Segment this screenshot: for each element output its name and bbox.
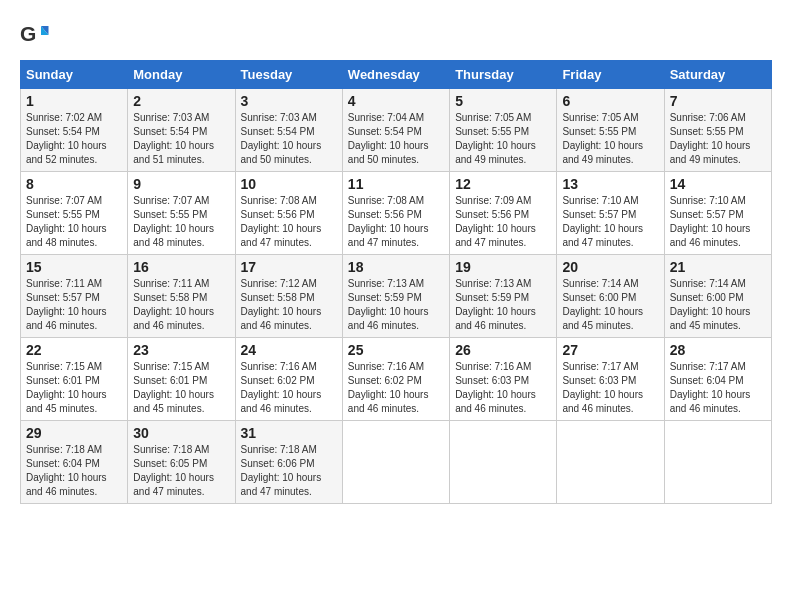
calendar-cell: [557, 421, 664, 504]
day-number: 30: [133, 425, 229, 441]
day-info: Sunrise: 7:13 AM Sunset: 5:59 PM Dayligh…: [348, 277, 444, 333]
day-number: 23: [133, 342, 229, 358]
day-number: 20: [562, 259, 658, 275]
day-info: Sunrise: 7:08 AM Sunset: 5:56 PM Dayligh…: [348, 194, 444, 250]
calendar-cell: 13 Sunrise: 7:10 AM Sunset: 5:57 PM Dayl…: [557, 172, 664, 255]
day-info: Sunrise: 7:03 AM Sunset: 5:54 PM Dayligh…: [133, 111, 229, 167]
day-number: 2: [133, 93, 229, 109]
day-info: Sunrise: 7:16 AM Sunset: 6:02 PM Dayligh…: [348, 360, 444, 416]
day-info: Sunrise: 7:15 AM Sunset: 6:01 PM Dayligh…: [26, 360, 122, 416]
calendar-cell: 29 Sunrise: 7:18 AM Sunset: 6:04 PM Dayl…: [21, 421, 128, 504]
day-info: Sunrise: 7:10 AM Sunset: 5:57 PM Dayligh…: [562, 194, 658, 250]
day-number: 11: [348, 176, 444, 192]
logo: G: [20, 20, 54, 50]
day-info: Sunrise: 7:05 AM Sunset: 5:55 PM Dayligh…: [562, 111, 658, 167]
day-info: Sunrise: 7:04 AM Sunset: 5:54 PM Dayligh…: [348, 111, 444, 167]
calendar-cell: 6 Sunrise: 7:05 AM Sunset: 5:55 PM Dayli…: [557, 89, 664, 172]
calendar-body: 1 Sunrise: 7:02 AM Sunset: 5:54 PM Dayli…: [21, 89, 772, 504]
calendar-cell: 26 Sunrise: 7:16 AM Sunset: 6:03 PM Dayl…: [450, 338, 557, 421]
day-info: Sunrise: 7:17 AM Sunset: 6:03 PM Dayligh…: [562, 360, 658, 416]
day-number: 26: [455, 342, 551, 358]
calendar-cell: 1 Sunrise: 7:02 AM Sunset: 5:54 PM Dayli…: [21, 89, 128, 172]
day-info: Sunrise: 7:03 AM Sunset: 5:54 PM Dayligh…: [241, 111, 337, 167]
weekday-header-monday: Monday: [128, 61, 235, 89]
day-info: Sunrise: 7:11 AM Sunset: 5:57 PM Dayligh…: [26, 277, 122, 333]
day-info: Sunrise: 7:05 AM Sunset: 5:55 PM Dayligh…: [455, 111, 551, 167]
weekday-header-wednesday: Wednesday: [342, 61, 449, 89]
calendar-cell: 17 Sunrise: 7:12 AM Sunset: 5:58 PM Dayl…: [235, 255, 342, 338]
day-number: 12: [455, 176, 551, 192]
calendar-cell: 3 Sunrise: 7:03 AM Sunset: 5:54 PM Dayli…: [235, 89, 342, 172]
calendar-cell: 4 Sunrise: 7:04 AM Sunset: 5:54 PM Dayli…: [342, 89, 449, 172]
weekday-header-saturday: Saturday: [664, 61, 771, 89]
weekday-header-row: SundayMondayTuesdayWednesdayThursdayFrid…: [21, 61, 772, 89]
calendar-cell: 12 Sunrise: 7:09 AM Sunset: 5:56 PM Dayl…: [450, 172, 557, 255]
calendar-week-5: 29 Sunrise: 7:18 AM Sunset: 6:04 PM Dayl…: [21, 421, 772, 504]
calendar-cell: 2 Sunrise: 7:03 AM Sunset: 5:54 PM Dayli…: [128, 89, 235, 172]
day-info: Sunrise: 7:02 AM Sunset: 5:54 PM Dayligh…: [26, 111, 122, 167]
calendar-cell: 22 Sunrise: 7:15 AM Sunset: 6:01 PM Dayl…: [21, 338, 128, 421]
calendar-cell: 25 Sunrise: 7:16 AM Sunset: 6:02 PM Dayl…: [342, 338, 449, 421]
calendar-table: SundayMondayTuesdayWednesdayThursdayFrid…: [20, 60, 772, 504]
day-number: 15: [26, 259, 122, 275]
day-info: Sunrise: 7:06 AM Sunset: 5:55 PM Dayligh…: [670, 111, 766, 167]
calendar-cell: 14 Sunrise: 7:10 AM Sunset: 5:57 PM Dayl…: [664, 172, 771, 255]
day-number: 18: [348, 259, 444, 275]
day-number: 29: [26, 425, 122, 441]
day-number: 22: [26, 342, 122, 358]
calendar-cell: 5 Sunrise: 7:05 AM Sunset: 5:55 PM Dayli…: [450, 89, 557, 172]
day-info: Sunrise: 7:18 AM Sunset: 6:05 PM Dayligh…: [133, 443, 229, 499]
day-info: Sunrise: 7:18 AM Sunset: 6:06 PM Dayligh…: [241, 443, 337, 499]
day-number: 25: [348, 342, 444, 358]
calendar-cell: 18 Sunrise: 7:13 AM Sunset: 5:59 PM Dayl…: [342, 255, 449, 338]
day-number: 4: [348, 93, 444, 109]
logo-icon: G: [20, 20, 50, 50]
day-info: Sunrise: 7:10 AM Sunset: 5:57 PM Dayligh…: [670, 194, 766, 250]
day-number: 17: [241, 259, 337, 275]
day-number: 19: [455, 259, 551, 275]
weekday-header-friday: Friday: [557, 61, 664, 89]
day-info: Sunrise: 7:16 AM Sunset: 6:02 PM Dayligh…: [241, 360, 337, 416]
day-info: Sunrise: 7:07 AM Sunset: 5:55 PM Dayligh…: [26, 194, 122, 250]
calendar-cell: 16 Sunrise: 7:11 AM Sunset: 5:58 PM Dayl…: [128, 255, 235, 338]
day-info: Sunrise: 7:13 AM Sunset: 5:59 PM Dayligh…: [455, 277, 551, 333]
day-info: Sunrise: 7:12 AM Sunset: 5:58 PM Dayligh…: [241, 277, 337, 333]
calendar-cell: 27 Sunrise: 7:17 AM Sunset: 6:03 PM Dayl…: [557, 338, 664, 421]
calendar-cell: 24 Sunrise: 7:16 AM Sunset: 6:02 PM Dayl…: [235, 338, 342, 421]
day-number: 10: [241, 176, 337, 192]
calendar-cell: 15 Sunrise: 7:11 AM Sunset: 5:57 PM Dayl…: [21, 255, 128, 338]
calendar-week-4: 22 Sunrise: 7:15 AM Sunset: 6:01 PM Dayl…: [21, 338, 772, 421]
day-info: Sunrise: 7:14 AM Sunset: 6:00 PM Dayligh…: [562, 277, 658, 333]
day-number: 3: [241, 93, 337, 109]
page-header: G: [20, 20, 772, 50]
weekday-header-tuesday: Tuesday: [235, 61, 342, 89]
day-number: 13: [562, 176, 658, 192]
day-info: Sunrise: 7:07 AM Sunset: 5:55 PM Dayligh…: [133, 194, 229, 250]
day-info: Sunrise: 7:08 AM Sunset: 5:56 PM Dayligh…: [241, 194, 337, 250]
weekday-header-sunday: Sunday: [21, 61, 128, 89]
day-info: Sunrise: 7:14 AM Sunset: 6:00 PM Dayligh…: [670, 277, 766, 333]
calendar-cell: 23 Sunrise: 7:15 AM Sunset: 6:01 PM Dayl…: [128, 338, 235, 421]
day-info: Sunrise: 7:11 AM Sunset: 5:58 PM Dayligh…: [133, 277, 229, 333]
day-number: 31: [241, 425, 337, 441]
calendar-cell: [664, 421, 771, 504]
day-info: Sunrise: 7:15 AM Sunset: 6:01 PM Dayligh…: [133, 360, 229, 416]
calendar-cell: 19 Sunrise: 7:13 AM Sunset: 5:59 PM Dayl…: [450, 255, 557, 338]
calendar-cell: [450, 421, 557, 504]
weekday-header-thursday: Thursday: [450, 61, 557, 89]
calendar-cell: 9 Sunrise: 7:07 AM Sunset: 5:55 PM Dayli…: [128, 172, 235, 255]
day-number: 28: [670, 342, 766, 358]
calendar-week-3: 15 Sunrise: 7:11 AM Sunset: 5:57 PM Dayl…: [21, 255, 772, 338]
calendar-cell: 11 Sunrise: 7:08 AM Sunset: 5:56 PM Dayl…: [342, 172, 449, 255]
day-info: Sunrise: 7:17 AM Sunset: 6:04 PM Dayligh…: [670, 360, 766, 416]
day-info: Sunrise: 7:09 AM Sunset: 5:56 PM Dayligh…: [455, 194, 551, 250]
day-number: 24: [241, 342, 337, 358]
calendar-cell: 30 Sunrise: 7:18 AM Sunset: 6:05 PM Dayl…: [128, 421, 235, 504]
day-number: 27: [562, 342, 658, 358]
day-number: 5: [455, 93, 551, 109]
calendar-cell: 28 Sunrise: 7:17 AM Sunset: 6:04 PM Dayl…: [664, 338, 771, 421]
day-number: 8: [26, 176, 122, 192]
day-number: 9: [133, 176, 229, 192]
day-number: 6: [562, 93, 658, 109]
calendar-week-1: 1 Sunrise: 7:02 AM Sunset: 5:54 PM Dayli…: [21, 89, 772, 172]
